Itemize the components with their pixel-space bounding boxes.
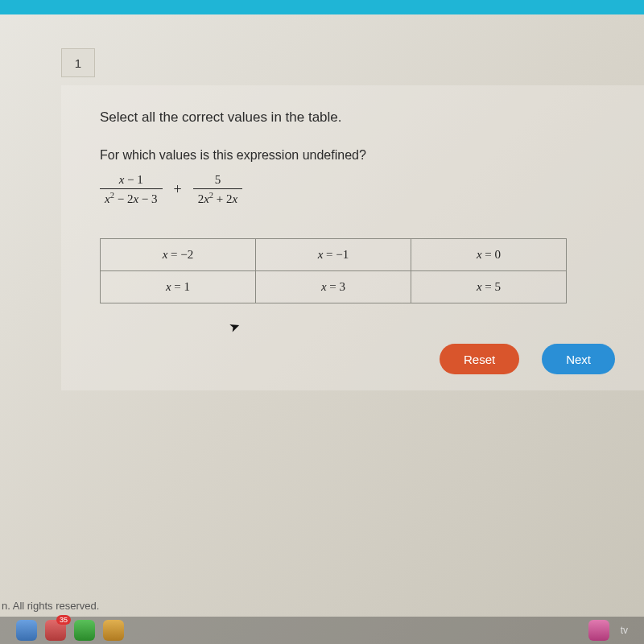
- prompt-text: For which values is this expression unde…: [100, 148, 628, 163]
- option-cell[interactable]: x = 3: [256, 271, 411, 303]
- dock-app-icon[interactable]: 35: [45, 620, 66, 641]
- tab-label: 1: [75, 56, 81, 70]
- question-tab-1[interactable]: 1: [61, 48, 95, 77]
- option-cell[interactable]: x = −1: [256, 239, 411, 271]
- dock-app-icon[interactable]: [16, 620, 37, 641]
- notification-badge: 35: [56, 615, 71, 625]
- option-cell[interactable]: x = 5: [411, 271, 567, 303]
- option-cell[interactable]: x = 0: [411, 239, 567, 271]
- plus-sign: +: [172, 181, 184, 198]
- instruction-text: Select all the correct values in the tab…: [100, 109, 628, 126]
- reset-button[interactable]: Reset: [440, 344, 519, 374]
- table-row: x = 1 x = 3 x = 5: [101, 271, 567, 303]
- question-panel: Select all the correct values in the tab…: [61, 85, 644, 390]
- tab-row: 1: [61, 48, 644, 77]
- fraction-1-numerator: x − 1: [114, 172, 148, 188]
- dock-app-icon[interactable]: [74, 620, 95, 641]
- fraction-2-numerator: 5: [210, 172, 226, 188]
- dock-app-icon[interactable]: [103, 620, 124, 641]
- fraction-2-denominator: 2x2 + 2x: [193, 188, 243, 206]
- option-cell[interactable]: x = 1: [101, 271, 256, 303]
- table-row: x = −2 x = −1 x = 0: [101, 239, 567, 271]
- dock-right-group: tv: [588, 620, 628, 641]
- mouse-cursor-icon: ➤: [227, 317, 242, 335]
- window-title-bar: [0, 0, 644, 14]
- fraction-1-denominator: x2 − 2x − 3: [100, 188, 163, 206]
- math-expression: x − 1 x2 − 2x − 3 + 5 2x2 + 2x: [100, 172, 628, 206]
- macos-dock: 35 tv: [0, 617, 644, 644]
- next-button[interactable]: Next: [542, 344, 615, 374]
- content-area: 1 Select all the correct values in the t…: [0, 48, 644, 390]
- dock-left-group: 35: [16, 620, 124, 641]
- option-cell[interactable]: x = −2: [101, 239, 256, 271]
- button-row: Reset Next: [100, 344, 615, 374]
- answer-table: x = −2 x = −1 x = 0 x = 1 x = 3 x = 5: [100, 238, 567, 303]
- copyright-footer: n. All rights reserved.: [0, 600, 99, 612]
- fraction-1: x − 1 x2 − 2x − 3: [100, 172, 163, 206]
- apple-tv-icon[interactable]: tv: [617, 625, 628, 636]
- dock-app-icon[interactable]: [588, 620, 609, 641]
- fraction-2: 5 2x2 + 2x: [193, 172, 243, 206]
